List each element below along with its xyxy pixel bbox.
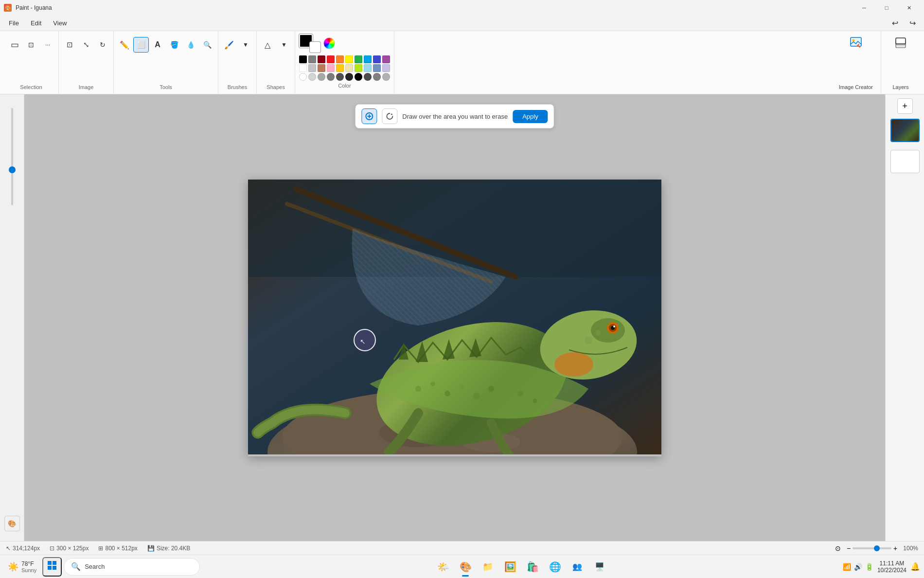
swatch-lavender[interactable]: [382, 64, 390, 72]
zoom-thumb-status[interactable]: [874, 545, 880, 551]
close-button[interactable]: ✕: [898, 0, 920, 16]
select-magic-button[interactable]: ⊡: [23, 37, 39, 53]
swatch-black[interactable]: [299, 55, 307, 63]
zoom-slider-container: [11, 108, 13, 205]
swatch-c5[interactable]: [336, 73, 344, 81]
swatch-pink[interactable]: [327, 64, 335, 72]
layer-2-thumbnail[interactable]: [890, 150, 920, 173]
swatch-orange[interactable]: [336, 55, 344, 63]
iguana-canvas[interactable]: ↖: [248, 180, 661, 454]
fit-screen-button[interactable]: ⊙: [835, 544, 841, 552]
svg-point-42: [547, 393, 552, 399]
swatch-brown[interactable]: [318, 64, 325, 72]
menu-view[interactable]: View: [48, 18, 71, 29]
zoom-slider-thumb[interactable]: [9, 166, 16, 173]
start-button[interactable]: [42, 557, 62, 577]
zoom-percent: 100%: [903, 545, 918, 552]
taskbar-icon-teams[interactable]: 👥: [567, 556, 588, 578]
swatch-blue[interactable]: [373, 55, 381, 63]
menu-file[interactable]: File: [4, 18, 24, 29]
swatch-c2[interactable]: [308, 73, 316, 81]
apply-button[interactable]: Apply: [513, 110, 548, 123]
selection-size: ⊡ 300 × 125px: [50, 545, 89, 552]
swatch-c10[interactable]: [382, 73, 390, 81]
canvas-area[interactable]: Draw over the area you want to erase App…: [24, 94, 885, 541]
swatch-cornflower[interactable]: [373, 64, 381, 72]
taskbar-icon-edge[interactable]: 🌐: [544, 556, 566, 578]
swatch-c3[interactable]: [318, 73, 325, 81]
maximize-button[interactable]: □: [875, 0, 898, 16]
zoom-slider-status[interactable]: [853, 547, 891, 549]
background-color[interactable]: [310, 42, 320, 53]
swatch-purple[interactable]: [382, 55, 390, 63]
select-more-button[interactable]: ···: [40, 37, 55, 53]
swatch-c6[interactable]: [345, 73, 353, 81]
color-selected-indicator[interactable]: [299, 34, 320, 53]
undo-button[interactable]: ↩: [887, 16, 903, 31]
taskbar-icon-photos[interactable]: 🖼️: [499, 556, 521, 578]
shapes-label: Shapes: [267, 84, 284, 92]
brush-size-button[interactable]: ▼: [238, 37, 253, 53]
canvas-settings-button[interactable]: 🎨: [4, 516, 20, 531]
zoom-tool-button[interactable]: 🔍: [199, 37, 215, 53]
weather-widget[interactable]: ☀️ 78°F Sunny: [4, 559, 40, 575]
color-picker-button[interactable]: 💧: [183, 37, 198, 53]
svg-point-35: [444, 391, 450, 397]
swatch-white[interactable]: [299, 64, 307, 72]
swatch-lightgreen[interactable]: [355, 64, 362, 72]
fill-button[interactable]: 🪣: [166, 37, 182, 53]
swatch-c4[interactable]: [327, 73, 335, 81]
taskbar-icon-paint[interactable]: 🎨: [455, 556, 476, 578]
menu-edit[interactable]: Edit: [26, 18, 46, 29]
color-wheel-button[interactable]: [323, 37, 335, 49]
network-icon[interactable]: 📶: [843, 563, 851, 571]
system-clock[interactable]: 11:11 AM 10/22/2024: [877, 560, 906, 574]
swatch-darkgray[interactable]: [308, 55, 316, 63]
zoom-out-button[interactable]: −: [847, 544, 851, 552]
swatch-c1[interactable]: [299, 73, 307, 81]
minimize-button[interactable]: ─: [853, 0, 875, 16]
taskbar-icon-store[interactable]: 🛍️: [522, 556, 543, 578]
weather-condition: Sunny: [21, 567, 36, 573]
redo-button[interactable]: ↪: [905, 16, 920, 31]
swatch-green[interactable]: [355, 55, 362, 63]
swatch-peach[interactable]: [336, 64, 344, 72]
add-layer-button[interactable]: +: [897, 98, 913, 114]
shape-button[interactable]: △: [260, 37, 275, 53]
swatch-red[interactable]: [327, 55, 335, 63]
swatch-lightgray[interactable]: [308, 64, 316, 72]
toolbar-layers[interactable]: Layers: [881, 31, 920, 94]
swatch-teal[interactable]: [364, 55, 372, 63]
pencil-button[interactable]: ✏️: [117, 37, 132, 53]
swatch-c7[interactable]: [355, 73, 362, 81]
image-creator-label: Image Creator: [839, 84, 873, 92]
toolbar: ▭ ⊡ ··· Selection ⊡ ⤡ ↻ Image ✏️ ⬜ A 🪣 💧…: [0, 31, 924, 94]
resize-button[interactable]: ⤡: [78, 37, 94, 53]
swatch-red-dark[interactable]: [318, 55, 325, 63]
battery-icon[interactable]: 🔋: [865, 563, 873, 571]
eraser-button[interactable]: ⬜: [133, 37, 149, 53]
zoom-in-button[interactable]: +: [893, 544, 897, 552]
select-rect-button[interactable]: ▭: [7, 37, 22, 53]
brush-button[interactable]: 🖌️: [221, 37, 237, 53]
notification-icon[interactable]: 🔔: [910, 562, 920, 571]
shape-more-button[interactable]: ▼: [276, 37, 292, 53]
text-button[interactable]: A: [150, 37, 165, 53]
swatch-cyan[interactable]: [364, 64, 372, 72]
volume-icon[interactable]: 🔊: [854, 563, 862, 571]
swatch-yellow[interactable]: [345, 55, 353, 63]
toolbar-image-creator[interactable]: Image Creator: [831, 31, 881, 94]
swatch-c8[interactable]: [364, 73, 372, 81]
canvas-image-container[interactable]: ↖: [248, 180, 661, 456]
restore-mode-button[interactable]: [382, 108, 397, 124]
layer-1-thumbnail[interactable]: [890, 119, 920, 142]
swatch-c9[interactable]: [373, 73, 381, 81]
taskbar-search[interactable]: 🔍 Search: [64, 558, 200, 576]
rotate-button[interactable]: ↻: [95, 37, 110, 53]
taskbar-icon-widgets[interactable]: 🌤️: [432, 556, 454, 578]
erase-mode-button[interactable]: [361, 108, 377, 124]
crop-button[interactable]: ⊡: [62, 37, 77, 53]
taskbar-icon-explorer[interactable]: 📁: [477, 556, 498, 578]
taskbar-icon-app9[interactable]: 🖥️: [589, 556, 610, 578]
swatch-lightyellow[interactable]: [345, 64, 353, 72]
